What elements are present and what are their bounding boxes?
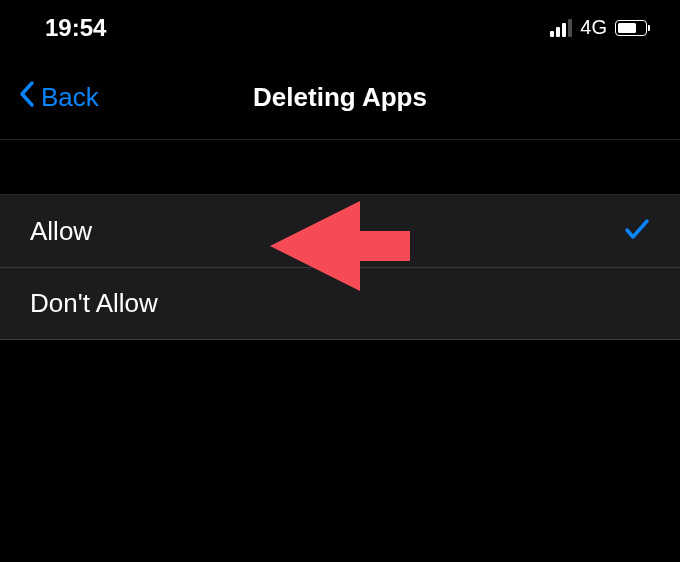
section-spacer — [0, 140, 680, 195]
signal-icon — [550, 19, 572, 37]
chevron-left-icon — [18, 80, 35, 115]
option-label: Allow — [30, 216, 92, 247]
checkmark-icon — [624, 217, 650, 245]
option-label: Don't Allow — [30, 288, 158, 319]
network-type: 4G — [580, 16, 607, 39]
status-indicators: 4G — [550, 16, 650, 39]
battery-icon — [615, 20, 650, 36]
nav-bar: Back Deleting Apps — [0, 55, 680, 140]
option-dont-allow[interactable]: Don't Allow — [0, 267, 680, 339]
option-allow[interactable]: Allow — [0, 195, 680, 267]
options-list: Allow Don't Allow — [0, 195, 680, 340]
back-button[interactable]: Back — [0, 80, 99, 115]
back-label: Back — [41, 82, 99, 113]
page-title: Deleting Apps — [253, 82, 427, 113]
status-bar: 19:54 4G — [0, 0, 680, 55]
status-time: 19:54 — [45, 14, 106, 42]
